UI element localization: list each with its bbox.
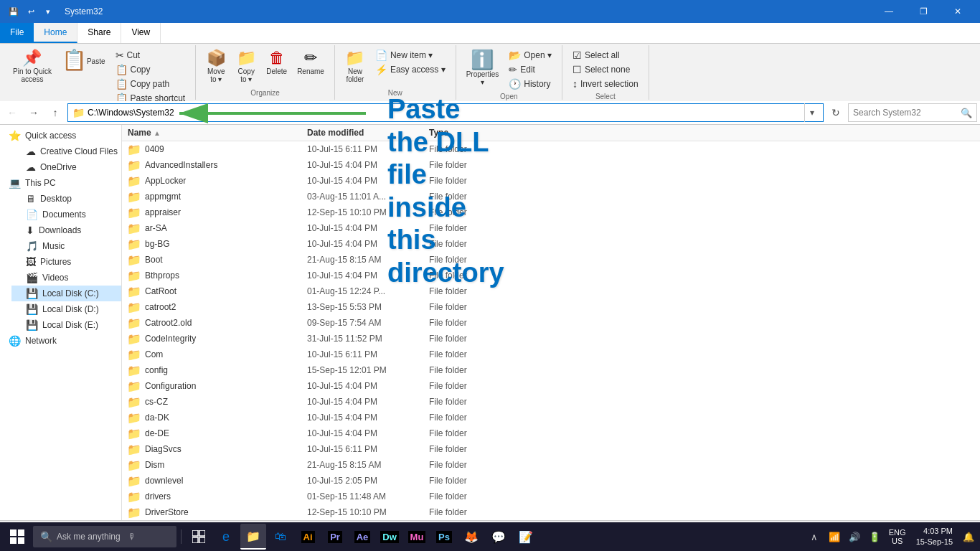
- taskbar-dreamweaver[interactable]: Dw: [377, 524, 402, 550]
- sidebar-item-localdiskd[interactable]: 💾 Local Disk (D:): [11, 301, 121, 317]
- cut-button[interactable]: ✂ Cut: [111, 48, 190, 62]
- sidebar-item-desktop[interactable]: 🖥 Desktop: [11, 191, 121, 207]
- col-type-header[interactable]: Type: [429, 128, 974, 138]
- tray-volume[interactable]: 🔊: [846, 528, 863, 545]
- sidebar-item-videos[interactable]: 🎬 Videos: [11, 270, 121, 286]
- table-row[interactable]: 📁 Catroot2.old 09-Sep-15 7:54 AM File fo…: [122, 315, 980, 331]
- newitem-button[interactable]: 📄 New item ▾: [371, 48, 450, 62]
- sidebar-item-documents[interactable]: 📄 Documents: [11, 207, 121, 222]
- copyto-button[interactable]: 📁 Copyto ▾: [232, 48, 260, 85]
- table-row[interactable]: 📁 Dism 21-Aug-15 8:15 AM File folder: [122, 457, 980, 473]
- sidebar-item-music[interactable]: 🎵 Music: [11, 238, 121, 254]
- sidebar-item-localdiske[interactable]: 💾 Local Disk (E:): [11, 317, 121, 333]
- address-input[interactable]: [88, 108, 804, 118]
- table-row[interactable]: 📁 Bthprops 10-Jul-15 4:04 PM File folder: [122, 268, 980, 283]
- table-row[interactable]: 📁 Com 10-Jul-15 6:11 PM File folder: [122, 347, 980, 362]
- maximize-button[interactable]: ❐: [907, 0, 940, 23]
- tray-notification[interactable]: 🔔: [960, 528, 977, 545]
- sidebar-item-quickaccess[interactable]: ⭐ Quick access: [0, 128, 121, 143]
- copypath-button[interactable]: 📋 Copy path: [111, 77, 190, 91]
- paste-button[interactable]: 📋 Paste: [57, 48, 110, 72]
- tray-battery[interactable]: 🔋: [866, 528, 883, 545]
- address-input-wrap[interactable]: 📁 ▾: [67, 103, 824, 122]
- table-row[interactable]: 📁 AdvancedInstallers 10-Jul-15 4:04 PM F…: [122, 157, 980, 173]
- copy-button[interactable]: 📋 Copy: [111, 62, 190, 77]
- search-input[interactable]: [853, 108, 961, 118]
- table-row[interactable]: 📁 appmgmt 03-Aug-15 11:01 A... File fold…: [122, 189, 980, 204]
- invertselection-button[interactable]: ↕ Invert selection: [568, 77, 643, 91]
- table-row[interactable]: 📁 config 15-Sep-15 12:01 PM File folder: [122, 362, 980, 378]
- address-dropdown[interactable]: ▾: [804, 103, 819, 122]
- table-row[interactable]: 📁 DriverStore 12-Sep-15 10:10 PM File fo…: [122, 504, 980, 520]
- taskbar-explorer[interactable]: 📁: [240, 524, 266, 550]
- back-button[interactable]: ←: [3, 103, 22, 122]
- tray-chevron[interactable]: ∧: [806, 528, 823, 545]
- col-date-header[interactable]: Date modified: [307, 128, 429, 138]
- newfolder-button[interactable]: 📁 Newfolder: [341, 48, 369, 85]
- taskbar-edge[interactable]: e: [213, 524, 239, 550]
- forward-button[interactable]: →: [24, 103, 43, 122]
- open-button[interactable]: 📂 Open ▾: [504, 48, 556, 62]
- close-button[interactable]: ✕: [941, 0, 974, 23]
- taskbar-store[interactable]: 🛍: [268, 524, 293, 550]
- qa-undo-btn[interactable]: ↩: [23, 4, 39, 19]
- qa-dropdown-btn[interactable]: ▾: [40, 4, 56, 19]
- taskbar-aftereffects[interactable]: Ae: [349, 524, 375, 550]
- table-row[interactable]: 📁 da-DK 10-Jul-15 4:04 PM File folder: [122, 410, 980, 425]
- tab-home[interactable]: Home: [34, 23, 77, 43]
- taskbar-skype[interactable]: 💬: [486, 524, 512, 550]
- table-row[interactable]: 📁 drivers 01-Sep-15 11:48 AM File folder: [122, 489, 980, 504]
- history-button[interactable]: 🕐 History: [504, 77, 556, 91]
- table-row[interactable]: 📁 AppLocker 10-Jul-15 4:04 PM File folde…: [122, 173, 980, 189]
- tab-view[interactable]: View: [121, 23, 161, 43]
- table-row[interactable]: 📁 Boot 21-Aug-15 8:15 AM File folder: [122, 252, 980, 268]
- sidebar-item-thispc[interactable]: 💻 This PC: [0, 175, 121, 191]
- sidebar-item-onedrive[interactable]: ☁ OneDrive: [11, 159, 121, 175]
- taskbar-photoshop[interactable]: Ps: [431, 524, 457, 550]
- table-row[interactable]: 📁 cs-CZ 10-Jul-15 4:04 PM File folder: [122, 394, 980, 410]
- table-row[interactable]: 📁 appraiser 12-Sep-15 10:10 PM File fold…: [122, 204, 980, 220]
- start-button[interactable]: [3, 522, 32, 551]
- table-row[interactable]: 📁 downlevel 10-Jul-15 2:05 PM File folde…: [122, 473, 980, 489]
- moveto-button[interactable]: 📦 Moveto ▾: [202, 48, 230, 85]
- delete-button[interactable]: 🗑 Delete: [262, 48, 291, 77]
- tray-language[interactable]: ENG US: [886, 528, 909, 545]
- sidebar-item-pictures[interactable]: 🖼 Pictures: [11, 254, 121, 270]
- refresh-button[interactable]: ↻: [826, 103, 845, 122]
- tray-clock[interactable]: 4:03 PM 15-Sep-15: [912, 526, 957, 548]
- sidebar-item-network[interactable]: 🌐 Network: [0, 333, 121, 349]
- taskbar-illustrator[interactable]: Ai: [295, 524, 321, 550]
- rename-button[interactable]: ✏ Rename: [293, 48, 329, 77]
- table-row[interactable]: 📁 de-DE 10-Jul-15 4:04 PM File folder: [122, 425, 980, 441]
- selectall-button[interactable]: ☑ Select all: [568, 48, 643, 62]
- easyaccess-button[interactable]: ⚡ Easy access ▾: [371, 62, 450, 77]
- table-row[interactable]: 📁 ar-SA 10-Jul-15 4:04 PM File folder: [122, 220, 980, 236]
- taskbar-firefox[interactable]: 🦊: [458, 524, 484, 550]
- qa-save-btn[interactable]: 💾: [6, 4, 22, 19]
- sidebar-item-downloads[interactable]: ⬇ Downloads: [11, 222, 121, 238]
- taskbar-word[interactable]: 📝: [513, 524, 539, 550]
- sidebar-item-cloudfiles[interactable]: ☁ Creative Cloud Files: [11, 143, 121, 159]
- minimize-button[interactable]: —: [872, 0, 905, 23]
- taskbar-taskview[interactable]: [186, 524, 212, 550]
- tab-share[interactable]: Share: [77, 23, 121, 43]
- properties-button[interactable]: ℹ️ Properties▾: [462, 48, 504, 88]
- table-row[interactable]: 📁 CodeIntegrity 31-Jul-15 11:52 PM File …: [122, 331, 980, 347]
- selectnone-button[interactable]: ☐ Select none: [568, 62, 643, 77]
- table-row[interactable]: 📁 DiagSvcs 10-Jul-15 6:11 PM File folder: [122, 441, 980, 457]
- taskbar-muse[interactable]: Mu: [404, 524, 430, 550]
- up-button[interactable]: ↑: [46, 103, 65, 122]
- table-row[interactable]: 📁 bg-BG 10-Jul-15 4:04 PM File folder: [122, 236, 980, 252]
- pin-button[interactable]: 📌 Pin to Quickaccess: [9, 48, 56, 85]
- table-row[interactable]: 📁 catroot2 13-Sep-15 5:53 PM File folder: [122, 299, 980, 315]
- taskbar-premiere[interactable]: Pr: [322, 524, 348, 550]
- col-name-header[interactable]: Name ▲: [128, 128, 307, 138]
- table-row[interactable]: 📁 CatRoot 01-Aug-15 12:24 P... File fold…: [122, 283, 980, 299]
- table-row[interactable]: 📁 0409 10-Jul-15 6:11 PM File folder: [122, 141, 980, 157]
- tab-file[interactable]: File: [0, 23, 34, 43]
- tray-network[interactable]: 📶: [826, 528, 843, 545]
- sidebar-item-localdiskc[interactable]: 💾 Local Disk (C:): [11, 286, 121, 301]
- edit-button[interactable]: ✏ Edit: [504, 62, 556, 77]
- taskbar-search[interactable]: 🔍 Ask me anything 🎙: [33, 526, 176, 547]
- table-row[interactable]: 📁 Configuration 10-Jul-15 4:04 PM File f…: [122, 378, 980, 394]
